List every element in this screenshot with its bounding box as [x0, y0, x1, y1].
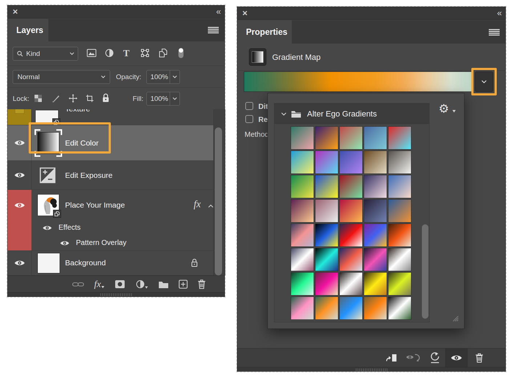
texture-thumbnail[interactable]: [35, 110, 59, 124]
lock-position-icon[interactable]: [69, 94, 77, 103]
gradient-swatch[interactable]: [388, 248, 411, 271]
gradient-swatch[interactable]: [340, 273, 362, 295]
gradient-swatch[interactable]: [315, 248, 338, 271]
filter-smart-object-icon[interactable]: [159, 48, 168, 58]
blend-mode-select[interactable]: Normal: [13, 70, 110, 84]
layer-row-pattern-overlay[interactable]: Pattern Overlay: [8, 236, 213, 251]
filter-adjustment-layers-icon[interactable]: [105, 49, 114, 57]
resize-grip[interactable]: [100, 293, 132, 296]
visibility-eye-icon[interactable]: [60, 240, 69, 246]
panel-resize-strip[interactable]: [237, 367, 505, 372]
popup-scrollbar-thumb[interactable]: [422, 224, 428, 319]
collapse-panel-icon[interactable]: «: [497, 8, 501, 18]
gradient-swatch[interactable]: [364, 224, 387, 246]
gradient-swatch[interactable]: [364, 151, 387, 173]
gradient-swatch[interactable]: [340, 151, 362, 173]
dither-checkbox[interactable]: [245, 102, 253, 110]
gradient-swatch[interactable]: [340, 224, 362, 246]
texture-color-label[interactable]: [8, 109, 32, 125]
gradient-swatch[interactable]: [388, 224, 411, 246]
gradient-swatch[interactable]: [315, 224, 338, 246]
link-layers-icon[interactable]: [72, 279, 85, 289]
gradient-swatch[interactable]: [340, 297, 362, 319]
reverse-checkbox[interactable]: [245, 115, 253, 123]
gradient-preview[interactable]: [244, 72, 472, 92]
layer-row-edit-exposure[interactable]: Edit Exposure: [8, 161, 213, 190]
gradient-swatch[interactable]: [291, 248, 314, 271]
background-thumbnail[interactable]: [37, 253, 60, 273]
filter-toggle-icon[interactable]: [177, 47, 185, 59]
filter-pixel-layers-icon[interactable]: [87, 49, 96, 57]
visibility-eye-icon[interactable]: [14, 260, 25, 266]
gradient-swatch[interactable]: [340, 127, 362, 149]
panel-resize-strip[interactable]: [8, 292, 225, 297]
collapse-effects-icon[interactable]: [208, 203, 213, 209]
new-layer-icon[interactable]: [178, 279, 189, 289]
gradient-swatch[interactable]: [291, 297, 314, 319]
layer-row-effects[interactable]: Effects: [8, 220, 213, 236]
resize-grip[interactable]: [356, 368, 388, 371]
popup-resize-grip-icon[interactable]: [450, 313, 459, 322]
gradient-swatch[interactable]: [315, 273, 338, 295]
gradient-swatch[interactable]: [291, 273, 314, 295]
gradient-swatch[interactable]: [388, 127, 411, 149]
place-your-image-thumbnail[interactable]: [37, 194, 59, 216]
visibility-eye-icon[interactable]: [14, 172, 25, 179]
gear-settings-icon[interactable]: ⚙: [439, 103, 449, 114]
delete-adjustment-trash-icon[interactable]: [474, 352, 484, 363]
edit-color-thumbnail[interactable]: [37, 132, 59, 154]
layer-row-background[interactable]: Background: [8, 251, 213, 275]
reset-adjustment-icon[interactable]: [429, 352, 441, 364]
gradient-swatch[interactable]: [315, 151, 338, 173]
gradient-swatch[interactable]: [388, 151, 411, 173]
gradient-group-header[interactable]: Alter Ego Gradients: [274, 103, 429, 124]
layers-scrollbar-thumb[interactable]: [215, 127, 222, 275]
close-icon[interactable]: ✕: [12, 8, 18, 16]
filter-type-layers-icon[interactable]: T: [123, 48, 129, 59]
opacity-input[interactable]: 100%: [146, 70, 180, 84]
gradient-swatch[interactable]: [315, 200, 338, 222]
layer-lock-icon[interactable]: [191, 258, 198, 269]
gradient-swatch[interactable]: [291, 151, 314, 173]
gradient-swatch[interactable]: [291, 200, 314, 222]
view-previous-state-icon[interactable]: [405, 353, 422, 363]
gradient-swatch[interactable]: [315, 127, 338, 149]
panel-menu-icon[interactable]: [489, 29, 500, 36]
fx-badge[interactable]: fx: [194, 199, 201, 210]
lock-transparency-icon[interactable]: [35, 95, 42, 102]
exposure-adjustment-icon[interactable]: [40, 167, 56, 183]
visibility-eye-icon[interactable]: [14, 202, 25, 209]
filter-kind-select[interactable]: Kind: [13, 47, 78, 61]
fill-input[interactable]: 100%: [146, 92, 180, 106]
gradient-swatch[interactable]: [315, 175, 338, 198]
visibility-eye-icon[interactable]: [14, 139, 25, 146]
new-adjustment-layer-icon[interactable]: [136, 279, 148, 289]
toggle-visibility-button[interactable]: [445, 348, 468, 367]
gradient-swatch[interactable]: [364, 273, 387, 295]
gradient-swatch[interactable]: [364, 175, 387, 198]
collapse-panel-icon[interactable]: «: [216, 7, 220, 17]
gradient-picker-button[interactable]: [475, 72, 493, 92]
opacity-dropdown[interactable]: [170, 75, 180, 78]
gradient-swatch[interactable]: [388, 297, 411, 319]
gradient-swatch[interactable]: [364, 127, 387, 149]
gradient-swatch[interactable]: [340, 248, 362, 271]
gradient-swatch[interactable]: [291, 175, 314, 198]
layer-row-place-your-image[interactable]: Place Your Image fx: [8, 190, 213, 220]
gradient-swatch[interactable]: [291, 224, 314, 246]
gradient-swatch[interactable]: [364, 200, 387, 222]
gradient-swatch[interactable]: [340, 175, 362, 198]
layer-row-edit-color[interactable]: Edit Color: [8, 125, 213, 161]
visibility-eye-icon[interactable]: [43, 225, 52, 231]
gradient-swatch[interactable]: [388, 200, 411, 222]
tab-layers[interactable]: Layers: [8, 19, 48, 41]
gradient-swatch[interactable]: [340, 200, 362, 222]
lock-artboard-icon[interactable]: [85, 94, 94, 103]
lock-all-icon[interactable]: [102, 93, 109, 103]
tab-properties[interactable]: Properties: [237, 20, 292, 44]
clip-to-layer-icon[interactable]: [385, 353, 398, 363]
delete-layer-trash-icon[interactable]: [197, 279, 207, 290]
new-group-folder-icon[interactable]: [158, 280, 169, 289]
gradient-swatch[interactable]: [364, 297, 387, 319]
close-icon[interactable]: ✕: [242, 9, 248, 17]
